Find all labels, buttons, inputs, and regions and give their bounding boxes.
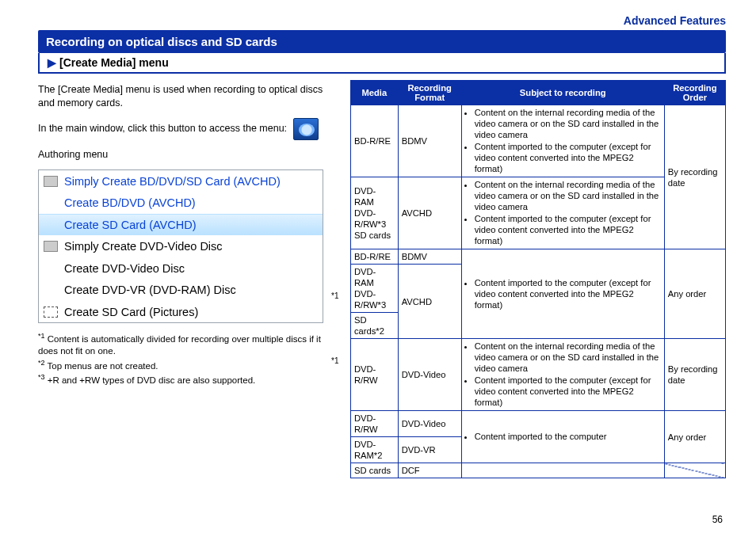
menu-item-create-dvd-video[interactable]: Create DVD-Video Disc: [39, 257, 323, 280]
section-title: Recording on optical discs and SD cards: [38, 30, 726, 53]
bullet: Content imported to the computer: [475, 431, 661, 442]
cell-order: By recording date: [664, 339, 725, 411]
cell-order: Any order: [664, 249, 725, 339]
cell-media: DVD-R/RW: [351, 411, 399, 437]
cell-format: DVD-Video: [398, 411, 461, 437]
annotation-star1-b: *1: [331, 356, 338, 365]
intro-text-2-label: In the main window, click this button to…: [38, 123, 287, 134]
cell-subject: Content imported to the computer (except…: [461, 249, 664, 339]
triangle-icon: ▶: [48, 56, 56, 69]
footnote-3: +R and +RW types of DVD disc are also su…: [48, 375, 256, 385]
cell-media: DVD-RAM*2: [351, 437, 399, 463]
bullet: Content imported to the computer (except…: [475, 141, 661, 174]
cell-format: DCF: [398, 463, 461, 478]
cell-media: DVD-RAM DVD-R/RW*3: [351, 265, 399, 313]
menu-item-create-bd-dvd-avchd[interactable]: Create BD/DVD (AVCHD): [39, 192, 323, 214]
recording-table: Media Recording Format Subject to record…: [350, 80, 726, 478]
subsection-label: [Create Media] menu: [59, 56, 169, 69]
cell-media: SD cards: [351, 463, 399, 478]
cell-subject: Content imported to the computer: [461, 411, 664, 463]
hd-icon: [44, 176, 58, 187]
cell-subject: Content on the internal recording media …: [461, 105, 664, 177]
menu-item-label: Create DVD-VR (DVD-RAM) Disc: [64, 284, 236, 296]
intro-text-2: In the main window, click this button to…: [38, 118, 339, 140]
bullet: Content on the internal recording media …: [475, 107, 661, 140]
cell-media: SD cards*2: [351, 313, 399, 339]
annotation-star1-a: *1: [331, 291, 338, 300]
cell-order-na: [664, 463, 725, 478]
cell-format: AVCHD: [398, 177, 461, 249]
header-advanced-features: Advanced Features: [38, 14, 726, 27]
subsection-title: ▶[Create Media] menu: [38, 53, 726, 74]
intro-text-1: The [Create Media] menu is used when rec…: [38, 83, 339, 110]
cell-media: BD-R/RE: [351, 249, 399, 265]
cell-media: DVD-R/RW: [351, 339, 399, 411]
authoring-menu-panel: Simply Create BD/DVD/SD Card (AVCHD) Cre…: [38, 169, 323, 324]
bullet: Content imported to the computer (except…: [475, 375, 661, 408]
menu-item-label: Simply Create DVD-Video Disc: [64, 240, 223, 253]
cell-order: By recording date: [664, 105, 725, 249]
bullet: Content imported to the computer (except…: [475, 213, 661, 246]
menu-item-label: Create DVD-Video Disc: [64, 262, 185, 275]
menu-item-label: Simply Create BD/DVD/SD Card (AVCHD): [64, 175, 281, 188]
footnotes: *1 Content is automatically divided for …: [38, 331, 339, 387]
cell-subject: Content on the internal recording media …: [461, 177, 664, 249]
th-media: Media: [351, 81, 399, 105]
create-media-button-icon[interactable]: [293, 118, 319, 140]
menu-item-simply-create-avchd[interactable]: Simply Create BD/DVD/SD Card (AVCHD): [39, 170, 323, 192]
cell-media: DVD-RAM DVD-R/RW*3 SD cards: [351, 177, 399, 249]
cell-format: DVD-Video: [398, 339, 461, 411]
th-recording-format: Recording Format: [398, 81, 461, 105]
bullet: Content imported to the computer (except…: [475, 277, 661, 310]
authoring-menu-label: Authoring menu: [38, 148, 339, 162]
footnote-1: Content is automatically divided for rec…: [38, 334, 321, 356]
cell-format: BDMV: [398, 249, 461, 265]
cell-subject-empty: [461, 463, 664, 478]
cell-subject: Content on the internal recording media …: [461, 339, 664, 411]
page-number: 56: [712, 514, 723, 525]
menu-item-label: Create SD Card (Pictures): [64, 306, 198, 318]
menu-item-create-sd-avchd[interactable]: Create SD Card (AVCHD): [39, 214, 323, 236]
cell-media: BD-R/RE: [351, 105, 399, 177]
bullet: Content on the internal recording media …: [475, 179, 661, 212]
menu-item-label: Create SD Card (AVCHD): [64, 219, 197, 231]
cell-format: BDMV: [398, 105, 461, 177]
pictures-icon: [44, 306, 58, 318]
menu-item-label: Create BD/DVD (AVCHD): [64, 196, 196, 209]
bullet: Content on the internal recording media …: [475, 341, 661, 374]
std-icon: [44, 241, 58, 252]
menu-item-simply-create-dvd-video[interactable]: Simply Create DVD-Video Disc: [39, 235, 323, 257]
menu-item-create-sd-pictures[interactable]: Create SD Card (Pictures): [39, 301, 323, 323]
th-recording-order: Recording Order: [664, 81, 725, 105]
cell-order: Any order: [664, 411, 725, 463]
menu-item-create-dvd-vr[interactable]: Create DVD-VR (DVD-RAM) Disc: [39, 279, 323, 301]
th-subject: Subject to recording: [461, 81, 664, 105]
cell-format: AVCHD: [398, 265, 461, 339]
cell-format: DVD-VR: [398, 437, 461, 463]
footnote-2: Top menus are not created.: [48, 361, 158, 371]
